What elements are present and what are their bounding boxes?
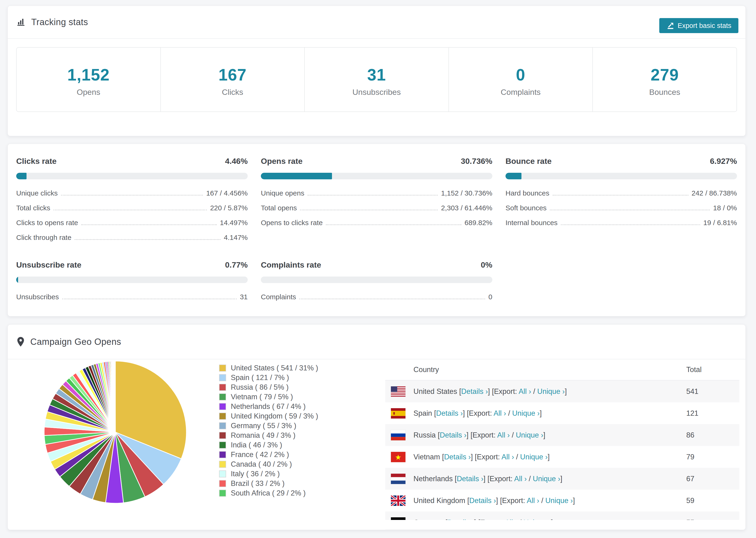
export-all-link[interactable]: All › bbox=[502, 453, 514, 461]
export-all-link[interactable]: All › bbox=[527, 497, 539, 505]
legend-swatch bbox=[219, 403, 226, 410]
geo-pie-chart[interactable] bbox=[43, 360, 188, 505]
metric-row-internal-bounces: Internal bounces 19 / 6.81% bbox=[506, 219, 737, 227]
details-link[interactable]: Details › bbox=[457, 475, 483, 483]
stat-card-unsubscribes: 31 Unsubscribes bbox=[304, 48, 449, 112]
legend-label: Netherlands ( 67 / 4% ) bbox=[231, 402, 306, 411]
legend-label: United States ( 541 / 31% ) bbox=[231, 364, 318, 372]
legend-swatch bbox=[219, 384, 226, 391]
metric-row-unsubscribes: Unsubscribes 31 bbox=[16, 293, 248, 301]
country-total: 79 bbox=[686, 453, 694, 461]
country-total: 59 bbox=[686, 497, 694, 505]
pie-slice[interactable] bbox=[115, 361, 115, 432]
stat-card-clicks: 167 Clicks bbox=[160, 48, 304, 112]
details-link[interactable]: Details › bbox=[469, 497, 496, 505]
rate-title: Bounce rate bbox=[506, 157, 552, 166]
metric-row-unique-clicks: Unique clicks 167 / 4.456% bbox=[16, 189, 248, 197]
country-total: 67 bbox=[686, 475, 694, 483]
metric-label: Total clicks bbox=[16, 204, 50, 212]
metric-row-soft-bounces: Soft bounces 18 / 0% bbox=[506, 204, 737, 212]
map-pin-icon bbox=[16, 337, 25, 347]
country-name: United Kingdom bbox=[413, 497, 465, 505]
metric-value: 19 / 6.81% bbox=[703, 219, 737, 227]
progress-bar-fill bbox=[506, 173, 521, 179]
rate-title: Unsubscribe rate bbox=[16, 260, 81, 269]
geo-table-body: United States [Details ›] [Export: All ›… bbox=[385, 381, 739, 530]
stat-label: Unsubscribes bbox=[305, 87, 449, 97]
details-link[interactable]: Details › bbox=[461, 387, 488, 396]
legend-item-canada: Canada ( 40 / 2% ) bbox=[219, 459, 318, 469]
rate-value: 6.927% bbox=[710, 157, 737, 166]
export-all-link[interactable]: All › bbox=[494, 409, 506, 417]
details-link[interactable]: Details › bbox=[440, 431, 466, 439]
legend-item-india: India ( 46 / 3% ) bbox=[219, 440, 318, 450]
geo-content: United States ( 541 / 31% ) Spain ( 121 … bbox=[8, 359, 745, 529]
campaign-geo-opens-card: Campaign Geo Opens United States ( 541 /… bbox=[8, 324, 746, 530]
metric-row-total-opens: Total opens 2,303 / 61.446% bbox=[261, 204, 492, 212]
metric-label: Unsubscribes bbox=[16, 293, 59, 301]
metric-label: Total opens bbox=[261, 204, 297, 212]
details-link[interactable]: Details › bbox=[436, 409, 463, 417]
dotted-leader bbox=[307, 195, 438, 195]
geo-country-table: Country Total United States [Details ›] … bbox=[385, 359, 739, 530]
metric-value: 167 / 4.456% bbox=[206, 189, 248, 197]
export-unique-link[interactable]: Unique › bbox=[537, 387, 565, 396]
metric-value: 2,303 / 61.446% bbox=[441, 204, 492, 212]
legend-swatch bbox=[219, 432, 226, 439]
stat-label: Bounces bbox=[593, 87, 736, 97]
flag-vn-icon bbox=[391, 452, 405, 462]
export-all-link[interactable]: All › bbox=[497, 431, 510, 439]
export-all-link[interactable]: All › bbox=[519, 387, 531, 396]
table-row-united-kingdom: United Kingdom [Details ›] [Export: All … bbox=[385, 490, 739, 511]
legend-label: Italy ( 36 / 2% ) bbox=[231, 470, 280, 478]
rate-value: 4.46% bbox=[225, 157, 248, 166]
stat-value: 0 bbox=[449, 66, 593, 84]
rates-card: Clicks rate 4.46% Unique clicks 167 / 4.… bbox=[8, 144, 746, 316]
legend-label: Romania ( 49 / 3% ) bbox=[231, 431, 296, 440]
export-unique-link[interactable]: Unique › bbox=[533, 475, 560, 483]
export-unique-link[interactable]: Unique › bbox=[545, 497, 573, 505]
country-name: United States bbox=[413, 387, 457, 396]
progress-bar-fill bbox=[261, 173, 332, 179]
metric-row-total-clicks: Total clicks 220 / 5.87% bbox=[16, 204, 248, 212]
legend-item-russia: Russia ( 86 / 5% ) bbox=[219, 382, 318, 392]
legend-label: Spain ( 121 / 7% ) bbox=[231, 373, 289, 382]
progress-bar bbox=[16, 173, 248, 179]
export-unique-link[interactable]: Unique › bbox=[512, 409, 540, 417]
flag-es-icon bbox=[391, 408, 405, 418]
legend-swatch bbox=[219, 422, 226, 429]
dotted-leader bbox=[326, 224, 461, 225]
rate-value: 0% bbox=[481, 260, 492, 269]
metric-value: 242 / 86.738% bbox=[692, 189, 737, 197]
rates-grid: Clicks rate 4.46% Unique clicks 167 / 4.… bbox=[8, 144, 745, 301]
legend-label: India ( 46 / 3% ) bbox=[231, 441, 282, 449]
country-name: Vietnam bbox=[413, 453, 440, 461]
legend-label: Germany ( 55 / 3% ) bbox=[231, 422, 296, 430]
tracking-stats-card: Tracking stats Export basic stats 1,152 … bbox=[8, 6, 746, 136]
metric-label: Hard bounces bbox=[506, 189, 549, 197]
legend-item-vietnam: Vietnam ( 79 / 5% ) bbox=[219, 392, 318, 402]
metric-value: 18 / 0% bbox=[713, 204, 737, 212]
export-all-link[interactable]: All › bbox=[514, 475, 527, 483]
legend-item-netherlands: Netherlands ( 67 / 4% ) bbox=[219, 402, 318, 411]
metric-label: Opens to clicks rate bbox=[261, 219, 323, 227]
stat-value: 279 bbox=[593, 66, 736, 84]
flag-ru-icon bbox=[391, 430, 405, 440]
export-basic-stats-button[interactable]: Export basic stats bbox=[659, 18, 738, 33]
stat-label: Complaints bbox=[449, 87, 593, 97]
metric-label: Click through rate bbox=[16, 234, 71, 242]
export-unique-link[interactable]: Unique › bbox=[516, 431, 543, 439]
dotted-leader bbox=[54, 210, 207, 210]
metric-value: 220 / 5.87% bbox=[210, 204, 248, 212]
metric-value: 0 bbox=[488, 293, 492, 301]
metric-label: Complaints bbox=[261, 293, 296, 301]
metric-value: 31 bbox=[240, 293, 248, 301]
details-link[interactable]: Details › bbox=[444, 453, 471, 461]
metric-label: Unique opens bbox=[261, 189, 304, 197]
stat-label: Opens bbox=[17, 87, 160, 97]
geo-section-title: Campaign Geo Opens bbox=[30, 337, 121, 347]
metric-row-opens-to-clicks-rate: Opens to clicks rate 689.82% bbox=[261, 219, 492, 227]
export-unique-link[interactable]: Unique › bbox=[520, 453, 548, 461]
legend-item-united-states: United States ( 541 / 31% ) bbox=[219, 363, 318, 373]
legend-swatch bbox=[219, 374, 226, 381]
